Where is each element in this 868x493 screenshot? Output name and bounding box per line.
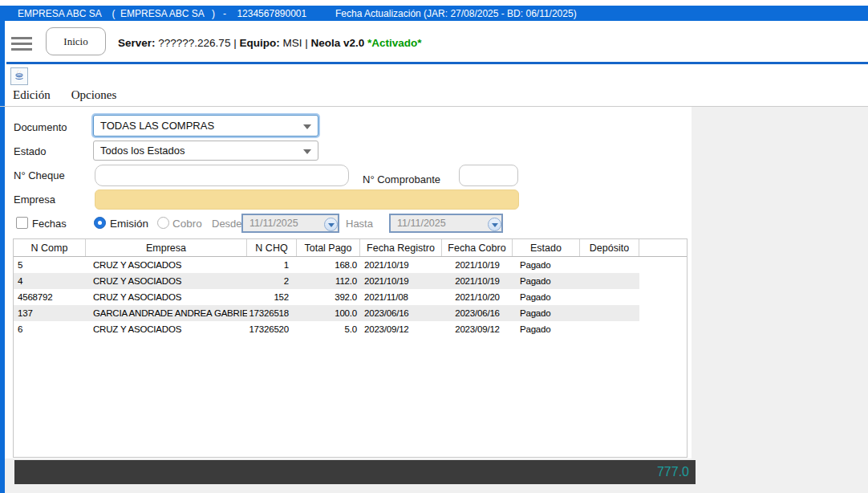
cell-deposito [580,289,639,305]
documento-dropdown[interactable]: TODAS LAS COMPRAS [93,115,318,136]
cell-totalpago: 112.0 [297,273,360,289]
cell-totalpago: 100.0 [297,305,360,321]
cell-fechacobro: 2021/10/19 [442,273,513,289]
cheque-input[interactable] [95,165,349,186]
chevron-down-icon [303,149,311,154]
documento-selected-value: TODAS LAS COMPRAS [100,120,214,132]
cell-totalpago: 392.0 [297,289,360,305]
cell-empresa: CRUZ Y ASOCIADOS [86,257,247,273]
hasta-calendar-dropdown-button[interactable] [488,218,501,231]
desde-calendar-dropdown-button[interactable] [324,218,338,231]
status-bar: 777.0 [14,460,696,484]
inicio-button[interactable]: Inicio [46,27,106,55]
cell-estado: Pagado [513,289,580,305]
cell-deposito [580,257,639,273]
cell-deposito [580,273,639,289]
col-header-fechacobro[interactable]: Fecha Cobro [442,239,513,256]
cell-nchq: 2 [247,273,297,289]
cell-estado: Pagado [513,273,580,289]
cell-nchq: 152 [247,289,297,305]
cell-ncomp: 4568792 [14,289,86,305]
documento-label: Documento [14,121,67,133]
cell-estado: Pagado [513,321,580,337]
cell-empresa: GARCIA ANDRADE ANDREA GABRIELA [86,305,247,321]
fechas-label: Fechas [32,218,67,230]
estado-selected-value: Todos los Estados [100,145,185,157]
table-row[interactable]: 6 CRUZ Y ASOCIADOS 17326520 5.0 2023/09/… [14,321,639,337]
cell-fecharegistro: 2021/10/19 [360,273,442,289]
dropdown-arrow-icon [328,223,335,227]
title-company: EMPRESA ABC SA ( EMPRESA ABC SA ) - 1234… [18,8,306,19]
server-value: ??????.226.75 [156,37,234,49]
fechas-checkbox[interactable] [16,217,28,229]
menu-item-edicion[interactable]: Edición [13,88,51,104]
cell-empresa: CRUZ Y ASOCIADOS [86,273,247,289]
table-row[interactable]: 5 CRUZ Y ASOCIADOS 1 168.0 2021/10/19 20… [14,257,639,273]
col-header-filler [639,239,687,256]
estado-label: Estado [14,145,46,157]
total-value: 777.0 [657,465,689,479]
col-header-estado[interactable]: Estado [513,239,580,256]
equipo-label: Equipo: [239,37,279,49]
desde-label: Desde [212,218,242,230]
emision-radio[interactable] [94,217,106,229]
cell-fechacobro: 2021/10/19 [442,257,513,273]
cell-estado: Pagado [513,305,580,321]
cell-fechacobro: 2021/10/20 [442,289,513,305]
col-header-deposito[interactable]: Depósito [580,239,639,256]
col-header-nchq[interactable]: N CHQ [247,239,297,256]
app-window: EMPRESA ABC SA ( EMPRESA ABC SA ) - 1234… [0,0,868,493]
col-header-empresa[interactable]: Empresa [86,239,247,256]
comprobante-input[interactable] [459,165,518,186]
cell-ncomp: 4 [14,273,86,289]
menu-bar: Edición Opciones [13,88,116,104]
cell-totalpago: 5.0 [297,321,360,337]
table-row[interactable]: 4568792 CRUZ Y ASOCIADOS 152 392.0 2021/… [14,289,639,305]
title-bar: EMPRESA ABC SA ( EMPRESA ABC SA ) - 1234… [0,6,868,21]
cell-deposito [580,305,639,321]
cell-fechacobro: 2023/09/12 [442,321,513,337]
server-status-line: Server: ??????.226.75 | Equipo: MSI | Ne… [118,37,422,49]
cell-fecharegistro: 2021/11/08 [360,289,442,305]
coffee-cup-icon [14,69,25,84]
payments-table: N Comp Empresa N CHQ Total Pago Fecha Re… [13,238,688,458]
cheque-label: N° Cheque [14,169,65,181]
activado-status: *Activado* [364,37,421,49]
toolbar-separator [6,62,868,64]
cell-empresa: CRUZ Y ASOCIADOS [86,289,247,305]
cell-fechacobro: 2023/06/16 [442,305,513,321]
desde-datefield[interactable]: 11/11/2025 [241,214,339,233]
dropdown-arrow-icon [492,223,498,227]
hamburger-menu-icon[interactable] [11,37,32,51]
equipo-value: MSI | [280,37,311,49]
menu-item-opciones[interactable]: Opciones [71,88,117,104]
comprobante-label: N° Comprobante [363,173,440,185]
title-update-info: Fecha Actualización (JAR: 27/08/2025 - B… [335,8,577,19]
cell-empresa: CRUZ Y ASOCIADOS [86,321,247,337]
emision-label: Emisión [110,218,148,230]
cell-estado: Pagado [513,257,580,273]
cell-nchq: 17326520 [247,321,297,337]
cell-deposito [580,321,639,337]
col-header-totalpago[interactable]: Total Pago [297,239,360,256]
cell-ncomp: 6 [14,321,86,337]
cell-fecharegistro: 2023/09/12 [360,321,442,337]
col-header-fecharegistro[interactable]: Fecha Registro [360,239,442,256]
col-header-ncomp[interactable]: N Comp [14,239,86,256]
table-row[interactable]: 4 CRUZ Y ASOCIADOS 2 112.0 2021/10/19 20… [14,273,639,289]
server-label: Server: [118,37,156,49]
hasta-label: Hasta [346,218,373,230]
empresa-input[interactable] [95,189,519,210]
hasta-datefield[interactable]: 11/11/2025 [389,214,503,233]
java-app-button[interactable] [10,67,28,85]
empresa-label: Empresa [14,194,55,206]
cell-fecharegistro: 2023/06/16 [360,305,442,321]
cobro-radio[interactable] [157,217,169,229]
chevron-down-icon [303,124,311,129]
cell-nchq: 17326518 [247,305,297,321]
table-row[interactable]: 137 GARCIA ANDRADE ANDREA GABRIELA 17326… [14,305,639,321]
estado-dropdown[interactable]: Todos los Estados [93,141,318,161]
desde-value: 11/11/2025 [249,218,298,229]
cell-nchq: 1 [247,257,297,273]
table-header: N Comp Empresa N CHQ Total Pago Fecha Re… [14,239,687,257]
